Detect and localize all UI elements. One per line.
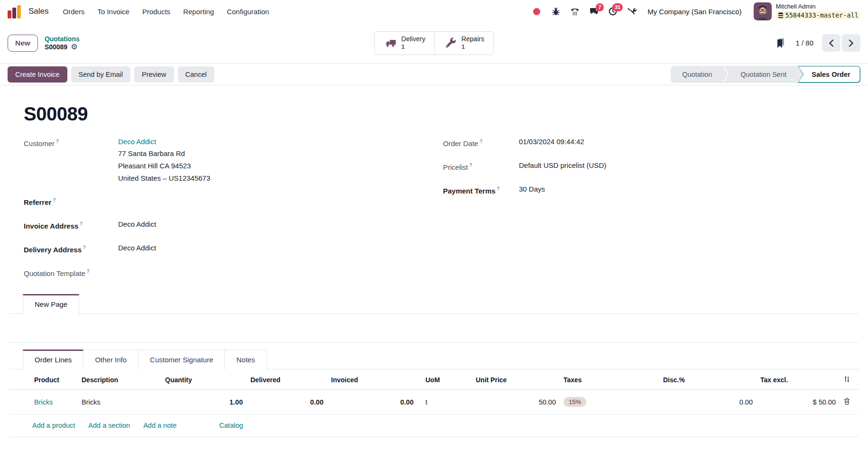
repairs-smart-button[interactable]: Repairs 1 bbox=[434, 31, 493, 54]
col-delivered[interactable]: Delivered bbox=[247, 369, 327, 390]
create-invoice-button[interactable]: Create Invoice bbox=[8, 66, 67, 83]
col-disc[interactable]: Disc.% bbox=[659, 369, 757, 390]
tab-new-page[interactable]: New Page bbox=[23, 294, 79, 314]
user-menu[interactable]: Mitchell Admin 55844333-master-all bbox=[754, 2, 860, 20]
smart-buttons: Delivery 1 Repairs 1 bbox=[374, 31, 494, 55]
col-description[interactable]: Description bbox=[78, 369, 161, 390]
order-date-value[interactable]: 01/03/2024 09:44:42 bbox=[519, 136, 584, 149]
delivery-address-label: Delivery Address bbox=[24, 246, 82, 254]
cancel-button[interactable]: Cancel bbox=[178, 66, 214, 83]
record-title: S00089 bbox=[24, 85, 844, 136]
field-order-date: Order Date? 01/03/2024 09:44:42 bbox=[434, 136, 844, 149]
repairs-label: Repairs bbox=[462, 35, 484, 43]
chevron-left-icon bbox=[828, 39, 834, 47]
row-delivered[interactable]: 0.00 bbox=[247, 390, 327, 414]
row-tax-badge[interactable]: 15% bbox=[563, 397, 586, 407]
customer-address: 77 Santa Barbara Rd Pleasant Hill CA 945… bbox=[118, 147, 210, 184]
help-icon: ? bbox=[80, 221, 83, 227]
tools-icon[interactable] bbox=[627, 7, 637, 17]
form-sheet: S00089 Customer? Deco Addict 77 Santa Ba… bbox=[0, 85, 868, 437]
main-menu: Orders To Invoice Products Reporting Con… bbox=[63, 8, 269, 16]
menu-configuration[interactable]: Configuration bbox=[227, 8, 269, 16]
referrer-label: Referrer bbox=[24, 198, 51, 206]
app-name[interactable]: Sales bbox=[28, 7, 49, 16]
notebook-tab-bar: Order Lines Other Info Customer Signatur… bbox=[9, 349, 859, 369]
activities-clock-icon[interactable]: 31 bbox=[608, 7, 618, 17]
state-quotation[interactable]: Quotation bbox=[671, 66, 723, 83]
order-lines-footer: Add a product Add a section Add a note C… bbox=[9, 414, 859, 437]
col-product[interactable]: Product bbox=[30, 369, 78, 390]
recording-indicator-icon[interactable] bbox=[532, 7, 542, 17]
invoice-address-value[interactable]: Deco Addict bbox=[118, 219, 156, 232]
delivery-address-value[interactable]: Deco Addict bbox=[118, 242, 156, 256]
field-delivery-address: Delivery Address? Deco Addict bbox=[24, 242, 434, 256]
delivery-count: 1 bbox=[401, 43, 425, 51]
order-line-row[interactable]: Bricks Bricks 1.00 0.00 0.00 t 50.00 15%… bbox=[9, 390, 859, 414]
payment-terms-label: Payment Terms bbox=[443, 187, 496, 195]
menu-to-invoice[interactable]: To Invoice bbox=[97, 8, 129, 16]
database-name: 55844333-master-all bbox=[776, 11, 860, 19]
add-note-link[interactable]: Add a note bbox=[143, 422, 176, 429]
actions-gear-icon[interactable]: ⚙ bbox=[71, 43, 77, 51]
row-uom[interactable]: t bbox=[417, 390, 472, 414]
col-tax-excl[interactable]: Tax excl. bbox=[757, 369, 840, 390]
col-invoiced[interactable]: Invoiced bbox=[327, 369, 417, 390]
favorite-bookmark-icon[interactable] bbox=[775, 37, 787, 49]
preview-button[interactable]: Preview bbox=[134, 66, 174, 83]
table-header-row: Product Description Quantity Delivered I… bbox=[9, 369, 859, 390]
row-quantity[interactable]: 1.00 bbox=[161, 390, 247, 414]
order-lines-table: Product Description Quantity Delivered I… bbox=[9, 369, 859, 414]
field-invoice-address: Invoice Address? Deco Addict bbox=[24, 219, 434, 232]
row-invoiced[interactable]: 0.00 bbox=[327, 390, 417, 414]
help-icon: ? bbox=[470, 163, 472, 168]
col-uom[interactable]: UoM bbox=[417, 369, 472, 390]
messages-icon[interactable]: 7 bbox=[589, 7, 599, 17]
repairs-count: 1 bbox=[462, 43, 484, 51]
row-product-link[interactable]: Bricks bbox=[34, 398, 53, 406]
bug-debug-icon[interactable] bbox=[551, 7, 561, 17]
delivery-smart-button[interactable]: Delivery 1 bbox=[375, 31, 434, 54]
optional-columns-icon[interactable] bbox=[843, 376, 850, 384]
customer-link[interactable]: Deco Addict bbox=[118, 138, 156, 146]
chevron-right-icon bbox=[848, 39, 854, 47]
add-product-link[interactable]: Add a product bbox=[32, 422, 75, 429]
invoice-address-label: Invoice Address bbox=[24, 222, 78, 230]
col-unit-price[interactable]: Unit Price bbox=[472, 369, 560, 390]
menu-orders[interactable]: Orders bbox=[63, 8, 85, 16]
menu-products[interactable]: Products bbox=[142, 8, 170, 16]
state-sales-order[interactable]: Sales Order bbox=[798, 66, 860, 83]
menu-reporting[interactable]: Reporting bbox=[183, 8, 214, 16]
col-taxes[interactable]: Taxes bbox=[560, 369, 659, 390]
pager-next-button[interactable] bbox=[842, 34, 860, 52]
state-quotation-sent[interactable]: Quotation Sent bbox=[729, 66, 798, 83]
new-button[interactable]: New bbox=[8, 35, 38, 52]
send-by-email-button[interactable]: Send by Email bbox=[71, 66, 131, 83]
row-disc[interactable]: 0.00 bbox=[659, 390, 757, 414]
help-icon: ? bbox=[56, 139, 59, 144]
help-icon: ? bbox=[53, 198, 55, 203]
add-section-link[interactable]: Add a section bbox=[88, 422, 130, 429]
delete-row-icon[interactable] bbox=[843, 397, 850, 406]
pager-previous-button[interactable] bbox=[822, 34, 840, 52]
voip-phone-icon[interactable] bbox=[570, 7, 580, 17]
wrench-icon bbox=[444, 37, 457, 49]
tab-order-lines[interactable]: Order Lines bbox=[23, 350, 83, 370]
tab-other-info[interactable]: Other Info bbox=[83, 350, 139, 370]
pricelist-value[interactable]: Default USD pricelist (USD) bbox=[519, 160, 606, 173]
messages-count-badge: 7 bbox=[596, 3, 604, 11]
help-icon: ? bbox=[83, 245, 86, 250]
catalog-link[interactable]: Catalog bbox=[219, 422, 243, 429]
row-description[interactable]: Bricks bbox=[78, 390, 161, 414]
pager-value: 1 / 80 bbox=[795, 39, 813, 47]
breadcrumb-quotations[interactable]: Quotations bbox=[45, 35, 80, 43]
state-separator-icon bbox=[723, 66, 729, 83]
sales-app-icon[interactable] bbox=[8, 4, 21, 18]
truck-icon bbox=[384, 37, 397, 49]
tab-customer-signature[interactable]: Customer Signature bbox=[139, 350, 225, 370]
company-switcher[interactable]: My Company (San Francisco) bbox=[647, 8, 741, 16]
col-quantity[interactable]: Quantity bbox=[161, 369, 247, 390]
user-avatar bbox=[754, 2, 772, 20]
row-unit-price[interactable]: 50.00 bbox=[472, 390, 560, 414]
tab-notes[interactable]: Notes bbox=[225, 350, 267, 370]
payment-terms-value[interactable]: 30 Days bbox=[519, 184, 545, 197]
